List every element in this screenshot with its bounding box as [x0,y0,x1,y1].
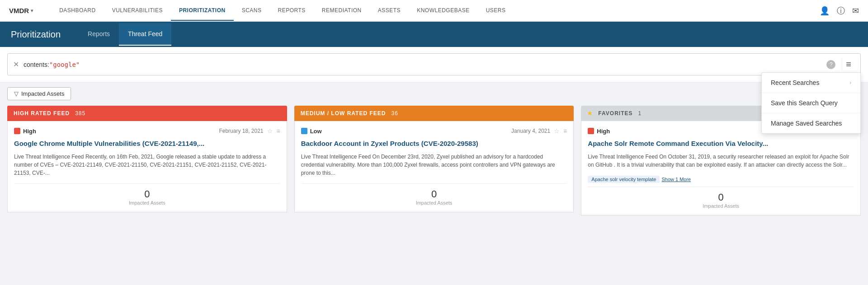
card-date-actions: January 4, 2021☆≡ [511,127,567,135]
top-nav: VMDR ▾ DASHBOARDVULNERABILITIESPRIORITIZ… [0,0,868,22]
feed-count: 1 [638,110,642,117]
nav-link-assets[interactable]: ASSETS [370,1,409,21]
card-date: January 4, 2021 [511,128,550,134]
threat-card: HighNovember 7, 2019★≡Apache Solr Remote… [581,121,861,215]
sub-tab-reports[interactable]: Reports [79,23,119,46]
severity-label: Low [310,128,322,135]
card-severity: High [14,128,36,135]
sub-tabs: ReportsThreat Feed [79,23,171,46]
tag-chip: Apache solr velocity template [588,176,660,183]
filter-bar: ▽ Impacted Assets [0,82,868,106]
user-icon[interactable]: 👤 [820,6,830,16]
feed-header-label: MEDIUM / LOW RATED FEED [301,110,386,117]
nav-link-remediation[interactable]: REMEDIATION [314,1,370,21]
threat-card: HighFebruary 18, 2021☆≡Google Chrome Mul… [7,121,287,212]
nav-link-users[interactable]: USERS [478,1,514,21]
show-more-link[interactable]: Show 1 More [661,177,691,182]
search-clear-icon[interactable]: ✕ [13,60,19,69]
card-title[interactable]: Backdoor Account in Zyxel Products (CVE-… [301,139,567,148]
feed-header-medium: MEDIUM / LOW RATED FEED36 [294,106,574,121]
dropdown-item-manage-saved-searches[interactable]: Manage Saved Searches [762,113,860,133]
card-menu-icon[interactable]: ≡ [563,127,567,135]
nav-link-prioritization[interactable]: PRIORITIZATION [171,1,234,21]
search-dropdown-menu: Recent Searches›Save this Search QueryMa… [761,72,861,134]
filter-icon: ▽ [14,90,19,97]
help-icon[interactable]: ⓘ [837,5,845,16]
nav-links: DASHBOARDVULNERABILITIESPRIORITIZATIONSC… [51,1,820,21]
impacted-label: Impacted Assets [14,200,280,206]
sub-tab-threat-feed[interactable]: Threat Feed [119,23,171,46]
dropdown-item-label: Recent Searches [771,79,819,86]
search-bar-container: ✕ contents:"google" ? ≡ Recent Searches›… [0,47,868,82]
card-body: Live Threat Intelligence Feed Recently, … [14,153,280,177]
search-query: contents:"google" [24,61,80,68]
nav-link-reports[interactable]: REPORTS [270,1,314,21]
search-input[interactable] [84,61,822,68]
card-footer: 0Impacted Assets [301,183,567,206]
search-menu-button[interactable]: ≡ [842,57,855,71]
search-bar: ✕ contents:"google" ? ≡ [7,53,861,75]
nav-link-knowledgebase[interactable]: KNOWLEDGEBASE [409,1,478,21]
search-help-icon[interactable]: ? [826,60,835,69]
severity-dot [301,128,307,134]
card-meta: LowJanuary 4, 2021☆≡ [301,127,567,135]
severity-label: High [23,128,36,135]
card-severity: High [588,128,610,135]
impacted-count: 0 [14,188,280,200]
card-body: Live Threat Intelligence Feed On Decembe… [301,153,567,177]
app-title: VMDR [9,7,29,14]
nav-link-scans[interactable]: SCANS [234,1,270,21]
impacted-label: Impacted Assets [588,203,854,209]
card-body: Live Threat Intelligence Feed On October… [588,153,854,169]
feed-column-medium: MEDIUM / LOW RATED FEED36LowJanuary 4, 2… [294,106,574,212]
severity-label: High [597,128,610,135]
filter-button-label: Impacted Assets [21,90,64,97]
card-footer: 0Impacted Assets [588,187,854,209]
search-value: "google" [49,61,80,68]
page-title: Prioritization [11,29,61,40]
nav-link-dashboard[interactable]: DASHBOARD [51,1,104,21]
threat-card: LowJanuary 4, 2021☆≡Backdoor Account in … [294,121,574,212]
severity-dot [588,128,594,134]
impacted-label: Impacted Assets [301,200,567,206]
feed-header-label: HIGH RATED FEED [14,110,70,117]
feed-column-high: HIGH RATED FEED385HighFebruary 18, 2021☆… [7,106,287,212]
impacted-count: 0 [588,192,854,203]
dropdown-item-recent-searches[interactable]: Recent Searches› [762,73,860,93]
feed-header-high: HIGH RATED FEED385 [7,106,287,121]
card-date-actions: February 18, 2021☆≡ [219,127,280,135]
search-prefix: contents: [24,61,49,68]
cards-area: HIGH RATED FEED385HighFebruary 18, 2021☆… [0,106,868,223]
card-title[interactable]: Apache Solr Remote Command Execution Via… [588,139,854,148]
card-date: February 18, 2021 [219,128,263,134]
sub-header: Prioritization ReportsThreat Feed [0,22,868,47]
card-tags: Apache solr velocity templateShow 1 More [588,175,854,183]
severity-dot [14,128,20,134]
card-star-icon[interactable]: ☆ [267,127,273,135]
nav-icons: 👤 ⓘ ✉ [820,5,859,16]
card-menu-icon[interactable]: ≡ [277,127,280,135]
card-severity: Low [301,128,322,135]
feed-header-label: FAVORITES [598,110,632,117]
card-meta: HighFebruary 18, 2021☆≡ [14,127,280,135]
feed-count: 36 [391,110,398,117]
dropdown-item-label: Manage Saved Searches [771,120,842,127]
dropdown-item-label: Save this Search Query [771,99,838,107]
dropdown-item-save-this-search-query[interactable]: Save this Search Query [762,93,860,113]
app-dropdown-arrow[interactable]: ▾ [31,8,33,13]
favorites-star-icon: ★ [587,110,593,117]
mail-icon[interactable]: ✉ [852,6,859,16]
dropdown-chevron-icon: › [849,79,851,86]
app-name[interactable]: VMDR ▾ [9,7,33,14]
feed-count: 385 [75,110,85,117]
card-star-icon[interactable]: ☆ [554,127,560,135]
card-footer: 0Impacted Assets [14,183,280,206]
card-title[interactable]: Google Chrome Multiple Vulnerabilities (… [14,139,280,148]
impacted-assets-filter-button[interactable]: ▽ Impacted Assets [7,87,71,100]
nav-link-vulnerabilities[interactable]: VULNERABILITIES [104,1,171,21]
impacted-count: 0 [301,188,567,200]
